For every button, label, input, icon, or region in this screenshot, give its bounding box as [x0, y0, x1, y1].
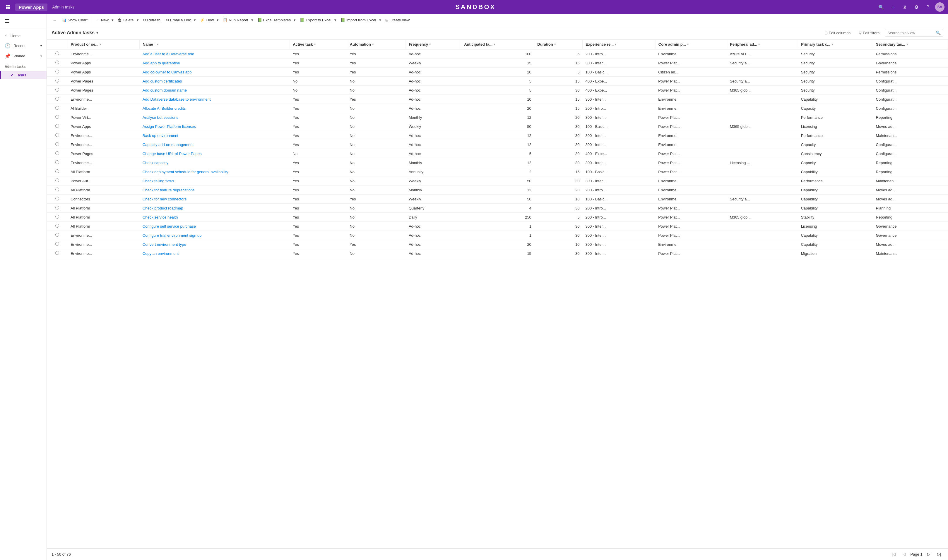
cell-name[interactable]: Assign Power Platform licenses — [140, 122, 290, 131]
sidebar-item-recent[interactable]: 🕐 Recent ▾ — [0, 41, 46, 51]
table-row[interactable]: Power PagesChange base URL of Power Page… — [47, 149, 948, 158]
row-select[interactable] — [47, 58, 68, 68]
row-select[interactable] — [47, 104, 68, 113]
table-row[interactable]: All PlatformConfigure self service purch… — [47, 222, 948, 231]
col-header-duration[interactable]: Duration ▾ — [534, 40, 583, 49]
cell-name[interactable]: Allocate AI Builder credits — [140, 104, 290, 113]
excel-templates-button[interactable]: 📗 Excel Templates — [255, 16, 292, 24]
col-automation-filter[interactable]: ▾ — [372, 43, 374, 46]
cell-name[interactable]: Check failing flows — [140, 177, 290, 186]
help-icon[interactable]: ? — [923, 2, 933, 12]
row-select[interactable] — [47, 113, 68, 122]
col-header-core[interactable]: Core admin p... ▾ — [655, 40, 727, 49]
col-anticipated-filter[interactable]: ▾ — [493, 43, 495, 46]
table-row[interactable]: All PlatformCheck deployment schedule fo… — [47, 167, 948, 177]
filter-icon[interactable]: ⧖ — [900, 2, 909, 12]
row-select[interactable] — [47, 231, 68, 240]
row-select[interactable] — [47, 149, 68, 158]
email-link-button[interactable]: ✉ Email a Link — [163, 16, 192, 24]
cell-name[interactable]: Configure trial environment sign up — [140, 231, 290, 240]
next-page-button[interactable]: ▷ — [925, 551, 933, 558]
app-name[interactable]: Power Apps — [15, 3, 48, 11]
col-duration-filter[interactable]: ▾ — [554, 43, 556, 46]
table-row[interactable]: Power AppsAdd co-owner to Canvas appYesY… — [47, 68, 948, 77]
col-header-automation[interactable]: Automation ▾ — [347, 40, 406, 49]
cell-name[interactable]: Add a user to a Dataverse role — [140, 49, 290, 58]
col-header-primary[interactable]: Primary task c... ▾ — [798, 40, 873, 49]
row-select[interactable] — [47, 49, 68, 58]
col-header-anticipated[interactable]: Anticipated ta... ▾ — [461, 40, 534, 49]
prev-page-button[interactable]: ◁ — [900, 551, 908, 558]
search-icon[interactable]: 🔍 — [877, 2, 886, 12]
cell-name[interactable]: Check for feature deprecations — [140, 186, 290, 195]
table-row[interactable]: All PlatformCheck for feature deprecatio… — [47, 186, 948, 195]
table-row[interactable]: Power Virt...Analyse bot sessionsYesNoMo… — [47, 113, 948, 122]
settings-icon[interactable]: ⚙ — [912, 2, 921, 12]
new-button[interactable]: ＋ New — [94, 16, 110, 24]
run-report-button[interactable]: 📋 Run Report — [220, 16, 249, 24]
col-header-secondary[interactable]: Secondary tas... ▾ — [873, 40, 948, 49]
cell-name[interactable]: Add Dataverse database to environment — [140, 95, 290, 104]
show-chart-button[interactable]: 📊 Show Chart — [59, 16, 90, 24]
cell-name[interactable]: Back up environment — [140, 131, 290, 140]
row-select[interactable] — [47, 68, 68, 77]
export-excel-button[interactable]: 📗 Export to Excel — [298, 16, 332, 24]
col-experience-filter[interactable]: ▾ — [615, 43, 616, 46]
table-row[interactable]: All PlatformCheck service healthYesNoDai… — [47, 213, 948, 222]
table-row[interactable]: Environme...Copy an environmentYesNoAd-h… — [47, 249, 948, 258]
row-select[interactable] — [47, 158, 68, 167]
table-row[interactable]: Environme...Add Dataverse database to en… — [47, 95, 948, 104]
row-select[interactable] — [47, 240, 68, 249]
first-page-button[interactable]: |◁ — [889, 551, 898, 558]
sidebar-item-pinned[interactable]: 📌 Pinned ▾ — [0, 51, 46, 61]
view-title-chevron[interactable]: ▾ — [96, 31, 98, 35]
col-active-filter[interactable]: ▾ — [314, 43, 316, 46]
row-select[interactable] — [47, 131, 68, 140]
sidebar-sub-item-tasks[interactable]: ✔ Tasks — [0, 71, 46, 79]
table-row[interactable]: Environme...Configure trial environment … — [47, 231, 948, 240]
cell-name[interactable]: Add co-owner to Canvas app — [140, 68, 290, 77]
row-select[interactable] — [47, 177, 68, 186]
col-primary-filter[interactable]: ▾ — [831, 43, 833, 46]
row-select[interactable] — [47, 122, 68, 131]
table-row[interactable]: Power AppsAssign Power Platform licenses… — [47, 122, 948, 131]
row-select[interactable] — [47, 95, 68, 104]
col-frequency-filter[interactable]: ▾ — [429, 43, 431, 46]
table-row[interactable]: All PlatformCheck product roadmapYesNoQu… — [47, 204, 948, 213]
cell-name[interactable]: Check service health — [140, 213, 290, 222]
email-dropdown-arrow[interactable]: ▾ — [193, 16, 197, 24]
table-row[interactable]: AI BuilderAllocate AI Builder creditsYes… — [47, 104, 948, 113]
export-dropdown-arrow[interactable]: ▾ — [333, 16, 338, 24]
cell-name[interactable]: Check for new connectors — [140, 195, 290, 204]
col-header-experience[interactable]: Experience re... ▾ — [582, 40, 655, 49]
user-avatar[interactable]: SA — [935, 2, 945, 12]
cell-name[interactable]: Capacity add-on management — [140, 140, 290, 149]
cell-name[interactable]: Add custom certificates — [140, 77, 290, 86]
col-header-active[interactable]: Active task ▾ — [290, 40, 347, 49]
excel-templates-dropdown-arrow[interactable]: ▾ — [293, 16, 297, 24]
col-header-name[interactable]: Name ↑ ▾ — [140, 40, 290, 49]
import-dropdown-arrow[interactable]: ▾ — [378, 16, 382, 24]
table-row[interactable]: Power AppsAdd app to quarantineYesYesWee… — [47, 58, 948, 68]
col-header-peripheral[interactable]: Peripheral ad... ▾ — [727, 40, 798, 49]
import-excel-button[interactable]: 📗 Import from Excel — [338, 16, 378, 24]
flow-button[interactable]: ⚡ Flow — [197, 16, 215, 24]
sidebar-item-home[interactable]: ⌂ Home — [0, 31, 46, 41]
cell-name[interactable]: Configure self service purchase — [140, 222, 290, 231]
run-report-dropdown-arrow[interactable]: ▾ — [250, 16, 254, 24]
row-select[interactable] — [47, 186, 68, 195]
new-dropdown-arrow[interactable]: ▾ — [110, 16, 115, 24]
col-secondary-filter[interactable]: ▾ — [906, 43, 908, 46]
search-input[interactable] — [887, 31, 934, 35]
col-name-sort[interactable]: ↑ — [154, 43, 156, 46]
cell-name[interactable]: Check deployment schedule for general av… — [140, 167, 290, 177]
table-row[interactable]: Environme...Capacity add-on managementYe… — [47, 140, 948, 149]
cell-name[interactable]: Check product roadmap — [140, 204, 290, 213]
col-header-product[interactable]: Product or se... ▾ — [68, 40, 140, 49]
row-select[interactable] — [47, 222, 68, 231]
row-select[interactable] — [47, 167, 68, 177]
edit-filters-button[interactable]: ▽ Edit filters — [856, 29, 882, 37]
flow-dropdown-arrow[interactable]: ▾ — [216, 16, 220, 24]
row-select[interactable] — [47, 195, 68, 204]
refresh-button[interactable]: ↻ Refresh — [140, 16, 163, 24]
